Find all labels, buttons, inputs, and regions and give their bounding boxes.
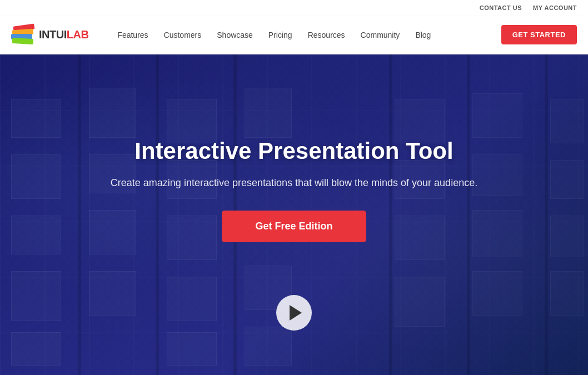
nav-resources[interactable]: Resources: [301, 26, 352, 44]
nav-customers[interactable]: Customers: [157, 26, 208, 44]
get-free-edition-button[interactable]: Get Free Edition: [222, 211, 366, 242]
nav-pricing[interactable]: Pricing: [262, 26, 299, 44]
hero-title: Interactive Presentation Tool: [134, 138, 453, 164]
get-started-button[interactable]: GET STARTED: [501, 25, 577, 44]
play-video-area: [276, 295, 312, 331]
contact-link[interactable]: CONTACT US: [480, 4, 522, 11]
logo-text: INTUILAB: [39, 28, 88, 41]
nav-blog[interactable]: Blog: [408, 26, 437, 44]
nav-features[interactable]: Features: [111, 26, 155, 44]
play-video-button[interactable]: [276, 295, 312, 331]
main-navigation: Features Customers Showcase Pricing Reso…: [111, 26, 501, 44]
logo-icon: [11, 25, 37, 45]
hero-subtitle: Create amazing interactive presentations…: [111, 176, 477, 191]
nav-showcase[interactable]: Showcase: [210, 26, 260, 44]
nav-community[interactable]: Community: [354, 26, 407, 44]
main-nav: INTUILAB Features Customers Showcase Pri…: [0, 16, 588, 54]
logo[interactable]: INTUILAB: [11, 25, 88, 45]
utility-bar: CONTACT US MY ACCOUNT: [0, 0, 588, 16]
hero-section: Interactive Presentation Tool Create ama…: [0, 54, 588, 375]
my-account-link[interactable]: MY ACCOUNT: [533, 4, 577, 11]
